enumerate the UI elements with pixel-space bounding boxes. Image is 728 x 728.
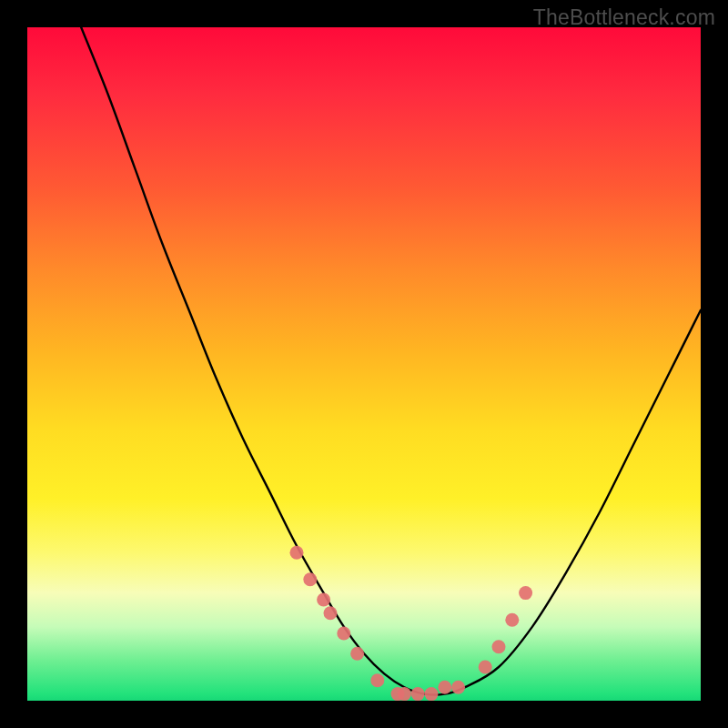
scatter-point (370, 673, 384, 687)
scatter-point (350, 647, 364, 661)
scatter-point (438, 681, 451, 694)
scatter-point (324, 606, 338, 620)
chart-overlay (27, 27, 701, 701)
scatter-point (411, 687, 425, 701)
scatter-point (317, 593, 330, 607)
scatter-point (290, 546, 304, 560)
scatter-point (519, 586, 532, 600)
scatter-point (451, 681, 465, 694)
scatter-point (337, 627, 350, 641)
scatter-point (398, 687, 411, 701)
watermark-text: TheBottleneck.com (533, 5, 715, 30)
chart-frame (27, 27, 701, 701)
scatter-point (303, 572, 317, 586)
scatter-point (425, 687, 439, 701)
scatter-point (505, 613, 519, 627)
bottleneck-curve (81, 27, 701, 695)
scatter-points (290, 546, 533, 701)
scatter-point (479, 661, 492, 674)
scatter-point (492, 640, 506, 653)
